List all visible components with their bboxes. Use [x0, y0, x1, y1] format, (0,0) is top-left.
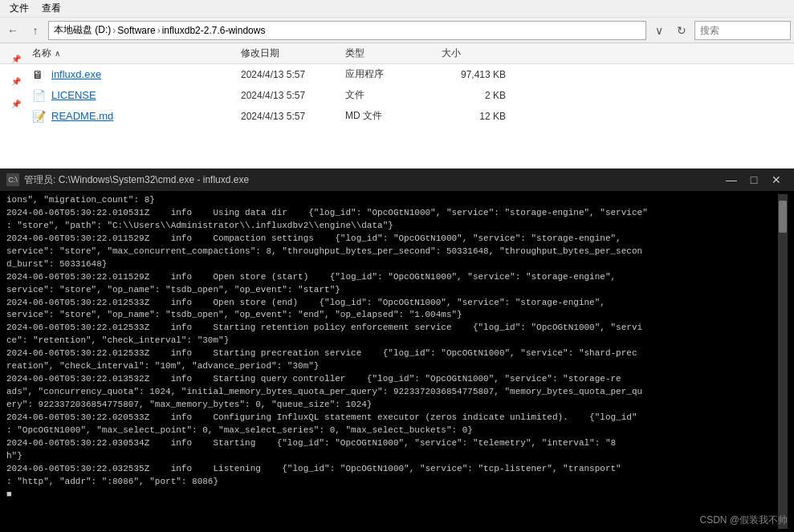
- file-name: LICENSE: [51, 89, 241, 101]
- cmd-body: ions", "migration_count": 8}2024-06-06T0…: [0, 191, 794, 532]
- file-date: 2024/4/13 5:57: [241, 90, 345, 101]
- table-row[interactable]: 🖥 influxd.exe 2024/4/13 5:57 应用程序 97,413…: [0, 64, 794, 85]
- pin-icon-3: 📌: [11, 93, 21, 114]
- cmd-line: service": "store", "op_name": "tsdb_open…: [6, 309, 778, 322]
- cmd-line: 2024-06-06T05:30:22.030534Z info Startin…: [6, 437, 778, 450]
- file-date: 2024/4/13 5:57: [241, 111, 345, 122]
- cmd-line: : "store", "path": "C:\\Users\\Administr…: [6, 220, 778, 233]
- file-size: 97,413 KB: [442, 69, 522, 80]
- cmd-line: d_burst": 50331648}: [6, 258, 778, 271]
- cmd-line: 2024-06-06T05:30:22.012533Z info Startin…: [6, 322, 778, 335]
- up-button[interactable]: ↑: [26, 21, 45, 40]
- back-button[interactable]: ←: [3, 21, 22, 40]
- file-size: 2 KB: [442, 90, 522, 101]
- menubar: 文件 查看: [0, 0, 794, 18]
- cmd-line: : "OpcOGtN1000", "max_select_point": 0, …: [6, 424, 778, 437]
- minimize-button[interactable]: —: [720, 169, 743, 191]
- pin-icon-1: 📌: [11, 48, 21, 69]
- cmd-line: 2024-06-06T05:30:22.011529Z info Compact…: [6, 233, 778, 246]
- cmd-scrollbar[interactable]: [778, 194, 788, 529]
- cmd-line: ■: [6, 489, 778, 502]
- cmd-line: 2024-06-06T05:30:22.012533Z info Open st…: [6, 297, 778, 310]
- maximize-button[interactable]: □: [743, 169, 765, 191]
- file-icon-readme: 📝: [32, 110, 48, 123]
- cmd-line: service": "store", "op_name": "tsdb_open…: [6, 284, 778, 297]
- table-row[interactable]: 📝 README.md 2024/4/13 5:57 MD 文件 12 KB: [0, 106, 794, 127]
- file-icon-license: 📄: [32, 89, 48, 102]
- cmd-line: ce": "retention", "check_interval": "30m…: [6, 335, 778, 347]
- search-input[interactable]: [694, 21, 791, 40]
- cmd-line: 2024-06-06T05:30:22.032535Z info Listeni…: [6, 463, 778, 476]
- cmd-line: ads", "concurrency_quota": 1024, "initia…: [6, 386, 778, 399]
- file-type: 应用程序: [345, 67, 442, 81]
- path-part-drive: 本地磁盘 (D:): [54, 23, 111, 37]
- cmd-window: C:\ 管理员: C:\Windows\System32\cmd.exe - i…: [0, 169, 794, 532]
- cmd-line: 2024-06-06T05:30:22.011529Z info Open st…: [6, 271, 778, 284]
- addressbar: ← ↑ 本地磁盘 (D:) › Software › influxdb2-2.7…: [0, 18, 794, 43]
- cmd-line: 2024-06-06T05:30:22.010531Z info Using d…: [6, 207, 778, 220]
- path-part-folder: influxdb2-2.7.6-windows: [162, 25, 266, 36]
- path-sep-1: ›: [112, 25, 116, 36]
- cmd-line: : "http", "addr": ":8086", "port": 8086}: [6, 476, 778, 489]
- filelist-header: 名称 ∧ 修改日期 类型 大小: [0, 43, 794, 64]
- file-date: 2024/4/13 5:57: [241, 69, 345, 80]
- collapse-button[interactable]: ∨: [649, 21, 669, 40]
- col-header-name[interactable]: 名称 ∧: [32, 47, 241, 60]
- cmd-line: h"}: [6, 450, 778, 463]
- address-path[interactable]: 本地磁盘 (D:) › Software › influxdb2-2.7.6-w…: [48, 21, 646, 40]
- pin-column: 📌 📌 📌: [0, 43, 32, 114]
- cmd-scrollbar-thumb[interactable]: [779, 201, 787, 233]
- cmd-line: 2024-06-06T05:30:22.012533Z info Startin…: [6, 347, 778, 360]
- cmd-line: ery": 9223372036854775807, "max_memory_b…: [6, 399, 778, 412]
- watermark: CSDN @假装我不帅: [699, 514, 788, 527]
- cmd-titlebar: C:\ 管理员: C:\Windows\System32\cmd.exe - i…: [0, 169, 794, 191]
- cmd-line: service": "store", "max_concurrent_compa…: [6, 246, 778, 258]
- file-size: 12 KB: [442, 111, 522, 122]
- path-sep-2: ›: [157, 25, 161, 36]
- cmd-line: reation", "check_interval": "10m", "adva…: [6, 360, 778, 373]
- cmd-line: 2024-06-06T05:30:22.020533Z info Configu…: [6, 412, 778, 424]
- menu-item-view[interactable]: 查看: [39, 0, 64, 17]
- close-button[interactable]: ✕: [765, 169, 788, 191]
- cmd-title: 管理员: C:\Windows\System32\cmd.exe - influ…: [24, 173, 720, 187]
- path-part-software: Software: [117, 25, 155, 36]
- file-type: MD 文件: [345, 109, 442, 123]
- refresh-button[interactable]: ↻: [672, 21, 691, 40]
- cmd-line: ions", "migration_count": 8}: [6, 194, 778, 207]
- cmd-icon: C:\: [6, 173, 19, 186]
- col-header-size[interactable]: 大小: [442, 47, 522, 60]
- col-header-type[interactable]: 类型: [345, 47, 442, 60]
- file-name: README.md: [51, 110, 241, 122]
- file-icon-exe: 🖥: [32, 68, 48, 81]
- cmd-line: 2024-06-06T05:30:22.013532Z info Startin…: [6, 373, 778, 386]
- menu-item-file[interactable]: 文件: [6, 0, 32, 17]
- cmd-output: ions", "migration_count": 8}2024-06-06T0…: [6, 194, 778, 529]
- file-type: 文件: [345, 88, 442, 102]
- col-header-date[interactable]: 修改日期: [241, 47, 345, 60]
- filelist: 🖥 influxd.exe 2024/4/13 5:57 应用程序 97,413…: [0, 64, 794, 127]
- file-name: influxd.exe: [51, 68, 241, 80]
- file-explorer: 文件 查看 ← ↑ 本地磁盘 (D:) › Software › influxd…: [0, 0, 794, 169]
- pin-icon-2: 📌: [11, 71, 21, 91]
- sort-arrow-icon: ∧: [55, 49, 60, 58]
- table-row[interactable]: 📄 LICENSE 2024/4/13 5:57 文件 2 KB: [0, 85, 794, 106]
